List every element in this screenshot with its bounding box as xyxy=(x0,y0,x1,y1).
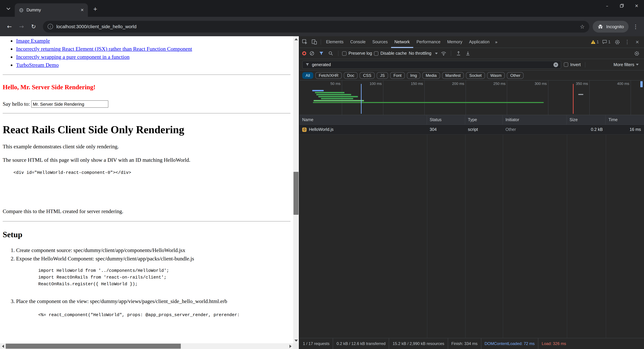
vertical-scrollbar-thumb[interactable] xyxy=(294,172,298,215)
scroll-right-button[interactable] xyxy=(288,343,293,349)
tab-network[interactable]: Network xyxy=(391,36,413,48)
chip-manifest[interactable]: Manifest xyxy=(442,72,464,79)
more-filters-dropdown[interactable]: More filters xyxy=(614,62,641,67)
preserve-log-checkbox[interactable]: Preserve log xyxy=(342,51,372,56)
waterfall-bar xyxy=(315,92,344,93)
issues-badge[interactable]: 1 xyxy=(601,40,612,44)
import-har-icon[interactable] xyxy=(455,49,462,58)
horizontal-scrollbar-thumb[interactable] xyxy=(6,344,181,349)
warning-triangle-icon xyxy=(590,40,596,44)
devtools-panel: Elements Console Sources Network Perform… xyxy=(299,36,644,349)
timeline-edge-marker xyxy=(640,81,643,87)
tab-console[interactable]: Console xyxy=(347,36,369,48)
site-info-icon[interactable]: i xyxy=(48,24,53,29)
column-header-initiator[interactable]: Initiator xyxy=(503,115,567,125)
chip-other[interactable]: Other xyxy=(507,72,524,79)
column-header-time[interactable]: Time xyxy=(606,115,644,125)
finish-time: Finish: 334 ms xyxy=(448,338,481,349)
warnings-badge[interactable]: 1 xyxy=(589,40,600,44)
column-header-status[interactable]: Status xyxy=(427,115,465,125)
restore-button[interactable] xyxy=(614,0,629,12)
column-header-name[interactable]: Name xyxy=(300,115,427,125)
tab-sources[interactable]: Sources xyxy=(369,36,391,48)
more-tabs-chevrons[interactable]: » xyxy=(493,40,500,45)
horizontal-scrollbar[interactable] xyxy=(0,343,293,349)
tab-performance[interactable]: Performance xyxy=(413,36,444,48)
checkbox[interactable] xyxy=(374,51,378,56)
name-input[interactable] xyxy=(31,100,108,108)
clear-filter-icon[interactable]: ✕ xyxy=(554,62,558,67)
scroll-up-button[interactable] xyxy=(293,36,299,42)
page-link[interactable]: TurboStream Demo xyxy=(16,62,59,68)
scroll-down-button[interactable] xyxy=(293,337,299,343)
tab-strip: Dummy ✕ + – ✕ xyxy=(0,0,644,17)
disable-cache-checkbox[interactable]: Disable cache xyxy=(374,51,407,56)
request-initiator: Other xyxy=(503,125,567,134)
tab-application[interactable]: Application xyxy=(466,36,493,48)
devtools-settings-gear-icon[interactable] xyxy=(612,37,622,47)
network-settings-gear-icon[interactable] xyxy=(632,49,641,58)
chip-socket[interactable]: Socket xyxy=(466,72,485,79)
domcontentloaded-marker-line xyxy=(361,84,362,114)
scroll-left-button[interactable] xyxy=(0,343,6,349)
browser-menu-kebab-icon[interactable]: ⋮ xyxy=(630,22,641,32)
invert-filter-checkbox[interactable]: Invert xyxy=(564,62,581,67)
browser-tab[interactable]: Dummy ✕ xyxy=(15,3,88,17)
url-text[interactable]: localhost:3000/client_side_hello_world xyxy=(56,24,576,29)
code-block: import HelloWorld from '../components/He… xyxy=(38,267,290,288)
chip-all[interactable]: All xyxy=(302,72,314,79)
address-bar[interactable]: i localhost:3000/client_side_hello_world… xyxy=(43,21,589,32)
network-conditions-icon[interactable] xyxy=(440,49,447,58)
checkbox[interactable] xyxy=(342,51,346,56)
chip-wasm[interactable]: Wasm xyxy=(487,72,505,79)
device-toolbar-icon[interactable] xyxy=(310,37,319,47)
network-status-bar: 1 / 17 requests 0.2 kB / 12.6 kB transfe… xyxy=(300,338,644,349)
inspect-element-icon[interactable] xyxy=(300,37,310,47)
forward-button[interactable]: → xyxy=(16,21,27,32)
record-network-log-button[interactable] xyxy=(302,51,306,55)
reload-button[interactable]: ↻ xyxy=(28,21,39,32)
tab-elements[interactable]: Elements xyxy=(323,36,347,48)
export-har-icon[interactable] xyxy=(464,49,472,58)
search-icon[interactable] xyxy=(327,49,334,58)
chip-img[interactable]: Img xyxy=(407,72,420,79)
setup-step: Create component source: spec/dummy/clie… xyxy=(16,246,290,254)
tab-close-icon[interactable]: ✕ xyxy=(79,7,85,13)
table-row[interactable]: {} HelloWorld.js 304 script Other 0.2 kB… xyxy=(300,125,644,135)
chip-css[interactable]: CSS xyxy=(360,72,375,79)
domcontentloaded-time: DOMContentLoaded: 72 ms xyxy=(481,338,538,349)
chevron-down-icon xyxy=(636,64,639,66)
waterfall-bar xyxy=(314,100,364,101)
page-link[interactable]: Incorrectly returning React Element (JSX… xyxy=(16,46,192,52)
filter-input[interactable]: generated ✕ xyxy=(302,61,561,69)
filter-funnel-icon[interactable] xyxy=(318,49,325,58)
vertical-scrollbar[interactable] xyxy=(293,36,299,343)
page-link[interactable]: Incorrectly wrapping a pure component in… xyxy=(16,54,130,60)
tab-memory[interactable]: Memory xyxy=(444,36,466,48)
new-tab-button[interactable]: + xyxy=(90,4,100,14)
clear-network-log-icon[interactable] xyxy=(308,49,316,58)
column-header-type[interactable]: Type xyxy=(465,115,503,125)
checkbox[interactable] xyxy=(564,62,568,67)
tab-search-chevron-icon[interactable] xyxy=(3,4,14,14)
request-status: 304 xyxy=(427,125,465,134)
column-header-size[interactable]: Size xyxy=(567,115,606,125)
filter-text-value[interactable]: generated xyxy=(312,62,551,67)
throttling-dropdown[interactable]: No throttling xyxy=(409,51,438,56)
chip-media[interactable]: Media xyxy=(422,72,440,79)
back-button[interactable]: ← xyxy=(4,21,15,32)
chip-font[interactable]: Font xyxy=(390,72,405,79)
minimize-button[interactable]: – xyxy=(600,0,614,12)
bookmark-star-icon[interactable]: ☆ xyxy=(580,23,585,30)
chip-fetch-xhr[interactable]: Fetch/XHR xyxy=(316,72,342,79)
timeline-tick: 50 ms xyxy=(318,82,340,86)
chip-js[interactable]: JS xyxy=(377,72,388,79)
close-window-button[interactable]: ✕ xyxy=(629,0,644,12)
network-overview-timeline[interactable]: 50 ms 100 ms 150 ms 200 ms 250 ms 300 ms… xyxy=(300,81,644,115)
chip-doc[interactable]: Doc xyxy=(344,72,358,79)
devtools-close-icon[interactable]: ✕ xyxy=(632,37,642,47)
tab-title: Dummy xyxy=(26,8,76,13)
devtools-menu-kebab-icon[interactable]: ⋮ xyxy=(622,37,632,47)
timeline-tick: 150 ms xyxy=(401,82,423,86)
page-link[interactable]: Image Example xyxy=(16,38,50,44)
